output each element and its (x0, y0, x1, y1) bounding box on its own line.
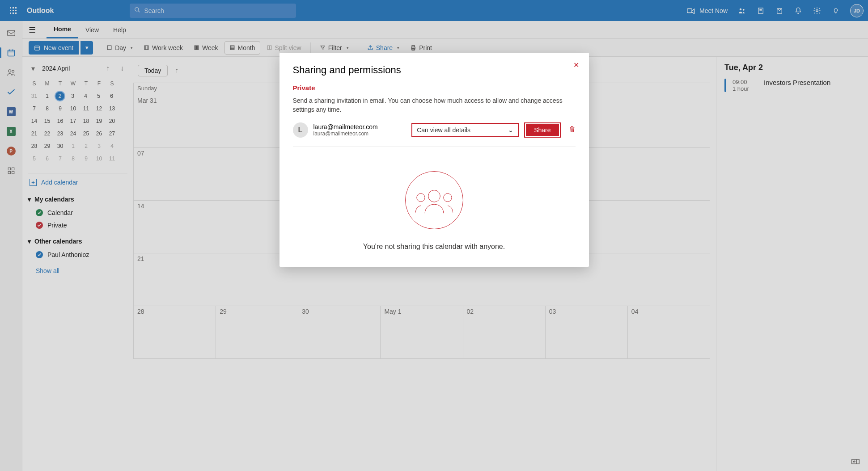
svg-point-53 (416, 193, 424, 202)
modal-description: Send a sharing invitation in email. You … (293, 96, 576, 114)
recipient-avatar: L (293, 122, 308, 138)
modal-subtitle: Private (293, 84, 576, 92)
permission-dropdown[interactable]: Can view all details ⌄ (411, 123, 519, 137)
modal-title: Sharing and permissions (293, 64, 576, 76)
chevron-down-icon: ⌄ (508, 126, 513, 134)
share-button-wrap: Share (524, 122, 560, 138)
empty-illustration (405, 171, 463, 229)
sharing-permissions-modal: ✕ Sharing and permissions Private Send a… (279, 53, 589, 267)
recipient-info: laura@mailmeteor.com laura@mailmeteor.co… (313, 123, 406, 137)
recipient-email: laura@mailmeteor.com (313, 130, 406, 137)
close-icon[interactable]: ✕ (573, 61, 579, 69)
empty-sharing-state: You're not sharing this calendar with an… (293, 171, 576, 251)
empty-message: You're not sharing this calendar with an… (363, 243, 505, 251)
delete-recipient-icon[interactable] (566, 125, 576, 135)
share-recipient-row: L laura@mailmeteor.com laura@mailmeteor.… (293, 122, 576, 147)
permission-value: Can view all details (417, 126, 470, 134)
recipient-name: laura@mailmeteor.com (313, 123, 406, 130)
modal-overlay[interactable]: ✕ Sharing and permissions Private Send a… (0, 0, 868, 471)
svg-point-54 (443, 193, 451, 202)
svg-point-52 (428, 190, 440, 202)
share-submit-button[interactable]: Share (526, 124, 559, 136)
